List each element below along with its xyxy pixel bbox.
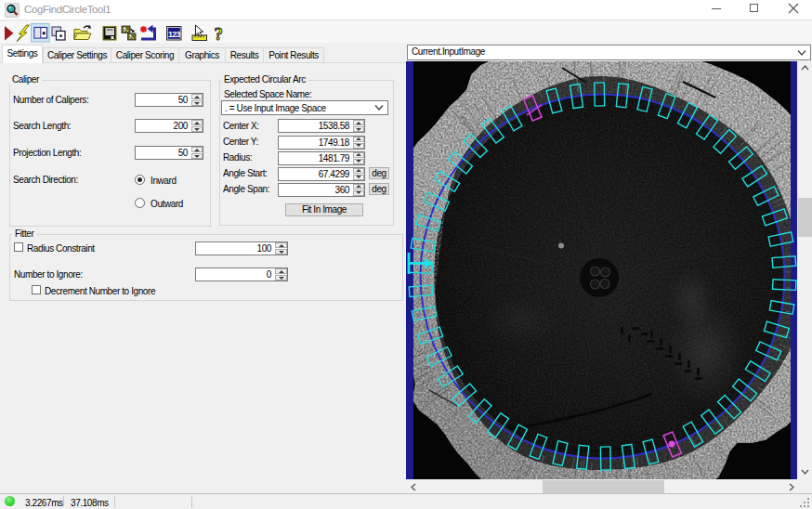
svg-text:123: 123 bbox=[168, 30, 180, 39]
svg-text:?: ? bbox=[214, 24, 222, 44]
